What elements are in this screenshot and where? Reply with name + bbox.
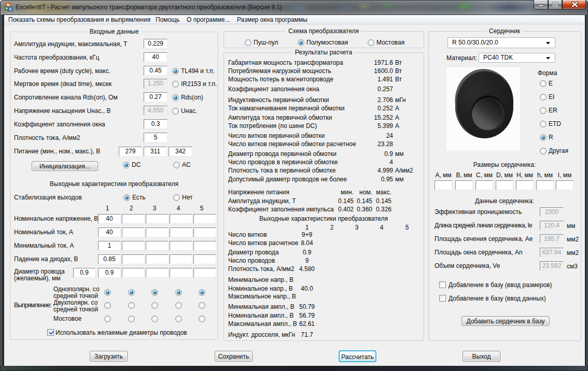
svg-text:C: C — [9, 7, 12, 11]
